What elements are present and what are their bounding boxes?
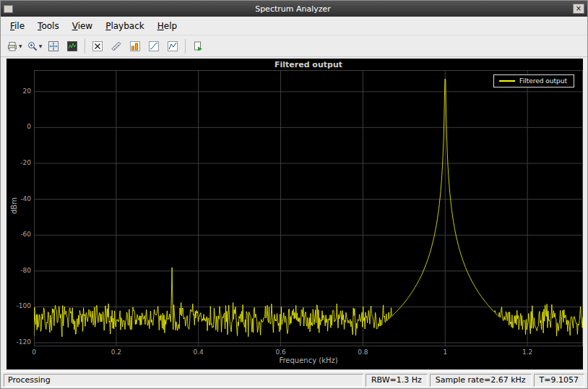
legend-label: Filtered output xyxy=(519,77,567,85)
peak-finder-button[interactable] xyxy=(107,38,126,55)
menu-tools[interactable]: Tools xyxy=(31,18,66,34)
toolbar-separator xyxy=(185,39,186,54)
menu-bar: FileToolsViewPlaybackHelp xyxy=(1,17,587,35)
print-icon xyxy=(7,40,18,52)
ccdf-measurements-button[interactable] xyxy=(144,38,163,55)
x-tick-label: 0.4 xyxy=(184,349,213,356)
chart-title: Filtered output xyxy=(34,60,583,69)
x-tick-label: 1 xyxy=(431,349,459,356)
print-dropdown-icon[interactable]: ▼ xyxy=(19,43,22,48)
x-axis-label: Frequency (kHz) xyxy=(34,356,583,364)
legend-line-sample xyxy=(499,80,515,82)
close-button[interactable]: × xyxy=(573,4,584,14)
zoom-in-icon xyxy=(27,40,38,52)
distortion-measurements-button[interactable] xyxy=(126,38,144,55)
distortion-measurements-icon xyxy=(129,40,141,52)
zoom-dropdown-icon[interactable]: ▼ xyxy=(39,43,43,48)
y-tick-label: -80 xyxy=(8,267,31,274)
status-bar: Processing RBW=1.3 Hz Sample rate=2.67 k… xyxy=(1,371,587,388)
plot-panel: Filtered output dBm Frequency (kHz) Filt… xyxy=(7,59,583,369)
status-time: T=9.1057 xyxy=(534,374,584,387)
toolbar: ▼ ▼ xyxy=(1,35,587,57)
x-tick-label: 0.6 xyxy=(267,349,295,356)
menu-playback[interactable]: Playback xyxy=(99,18,151,34)
menu-file[interactable]: File xyxy=(4,18,31,34)
fit-to-view-icon xyxy=(48,40,59,52)
menu-help[interactable]: Help xyxy=(151,18,183,34)
x-tick-label: 0.8 xyxy=(348,349,377,356)
status-sample-rate: Sample rate=2.67 kHz xyxy=(430,374,532,387)
ccdf-measurements-icon xyxy=(148,40,160,52)
menu-view[interactable]: View xyxy=(66,18,99,34)
spectrum-settings-button[interactable] xyxy=(63,38,82,55)
spectrum-settings-icon xyxy=(66,40,78,52)
y-tick-label: 0 xyxy=(8,123,31,130)
fit-to-view-button[interactable] xyxy=(44,38,63,55)
zoom-in-button[interactable]: ▼ xyxy=(25,38,45,55)
status-message: Processing xyxy=(4,374,363,387)
cursor-measurements-icon xyxy=(92,40,103,52)
peak-finder-icon xyxy=(111,40,122,52)
y-tick-label: -100 xyxy=(8,302,31,309)
spectrum-analyzer-window: Spectrum Analyzer × FileToolsViewPlaybac… xyxy=(0,0,588,389)
spectral-mask-button[interactable] xyxy=(163,38,182,55)
toolbar-separator xyxy=(85,39,85,54)
legend[interactable]: Filtered output xyxy=(493,74,574,87)
window-menu-icon[interactable] xyxy=(4,5,13,13)
print-button[interactable]: ▼ xyxy=(4,38,25,55)
spectral-mask-icon xyxy=(167,40,178,52)
x-tick-label: 0 xyxy=(20,349,48,356)
y-tick-label: -40 xyxy=(8,195,31,202)
cursor-measurements-button[interactable] xyxy=(88,38,107,55)
export-icon xyxy=(192,40,204,52)
y-tick-label: -60 xyxy=(8,231,31,238)
plot-canvas[interactable] xyxy=(34,70,583,346)
export-button[interactable] xyxy=(189,38,207,55)
window-title: Spectrum Analyzer xyxy=(13,4,573,14)
y-tick-label: -120 xyxy=(8,338,31,346)
y-tick-label: -20 xyxy=(8,159,31,166)
status-rbw: RBW=1.3 Hz xyxy=(366,374,428,387)
x-tick-label: 0.2 xyxy=(102,349,131,356)
y-tick-label: 20 xyxy=(8,87,31,95)
title-bar[interactable]: Spectrum Analyzer × xyxy=(1,1,587,17)
x-tick-label: 1.2 xyxy=(513,349,542,356)
